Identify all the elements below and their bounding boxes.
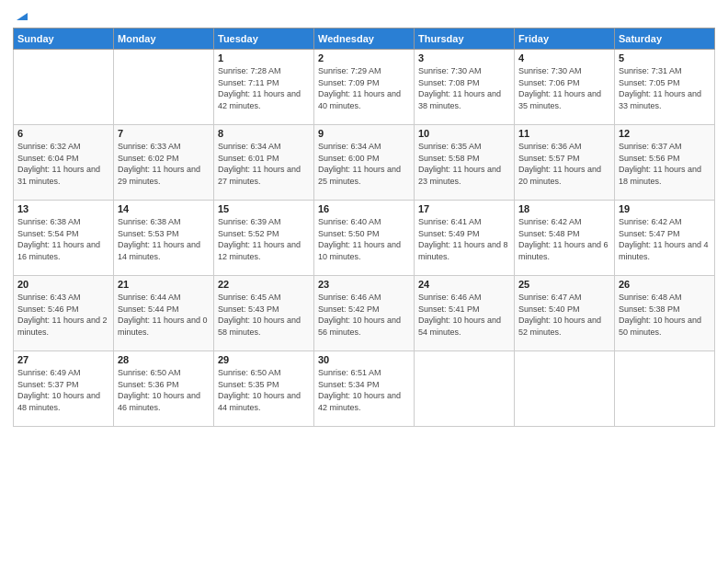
calendar: SundayMondayTuesdayWednesdayThursdayFrid… (13, 28, 715, 427)
day-detail: Sunrise: 6:50 AM Sunset: 5:35 PM Dayligh… (218, 367, 310, 413)
day-number: 6 (17, 128, 109, 139)
calendar-week-row: 6Sunrise: 6:32 AM Sunset: 6:04 PM Daylig… (14, 125, 715, 201)
calendar-cell (615, 351, 715, 427)
weekday-header: Friday (515, 29, 615, 50)
calendar-cell (415, 351, 515, 427)
day-detail: Sunrise: 6:44 AM Sunset: 5:44 PM Dayligh… (118, 292, 210, 338)
calendar-cell: 23Sunrise: 6:46 AM Sunset: 5:42 PM Dayli… (314, 276, 415, 351)
day-detail: Sunrise: 6:45 AM Sunset: 5:43 PM Dayligh… (218, 292, 310, 338)
calendar-week-row: 27Sunrise: 6:49 AM Sunset: 5:37 PM Dayli… (14, 351, 715, 427)
day-detail: Sunrise: 6:38 AM Sunset: 5:54 PM Dayligh… (17, 216, 109, 262)
calendar-cell: 26Sunrise: 6:48 AM Sunset: 5:38 PM Dayli… (615, 276, 715, 351)
svg-marker-0 (17, 13, 28, 20)
day-number: 21 (118, 279, 210, 290)
calendar-cell (114, 50, 214, 125)
calendar-cell: 18Sunrise: 6:42 AM Sunset: 5:48 PM Dayli… (515, 201, 615, 276)
day-number: 17 (418, 203, 510, 214)
day-number: 2 (318, 52, 410, 63)
day-number: 25 (518, 279, 610, 290)
calendar-cell: 12Sunrise: 6:37 AM Sunset: 5:56 PM Dayli… (615, 125, 715, 201)
calendar-cell: 8Sunrise: 6:34 AM Sunset: 6:01 PM Daylig… (214, 125, 314, 201)
weekday-header: Saturday (615, 29, 715, 50)
day-detail: Sunrise: 6:46 AM Sunset: 5:42 PM Dayligh… (318, 292, 410, 338)
day-detail: Sunrise: 6:34 AM Sunset: 6:01 PM Dayligh… (218, 141, 310, 187)
day-detail: Sunrise: 6:35 AM Sunset: 5:58 PM Dayligh… (418, 141, 510, 187)
calendar-cell: 21Sunrise: 6:44 AM Sunset: 5:44 PM Dayli… (114, 276, 214, 351)
page-header (13, 9, 715, 20)
day-detail: Sunrise: 6:47 AM Sunset: 5:40 PM Dayligh… (518, 292, 610, 338)
day-number: 23 (318, 279, 410, 290)
day-detail: Sunrise: 6:38 AM Sunset: 5:53 PM Dayligh… (118, 216, 210, 262)
calendar-cell: 9Sunrise: 6:34 AM Sunset: 6:00 PM Daylig… (314, 125, 415, 201)
calendar-cell: 19Sunrise: 6:42 AM Sunset: 5:47 PM Dayli… (615, 201, 715, 276)
weekday-header: Thursday (415, 29, 515, 50)
day-detail: Sunrise: 6:42 AM Sunset: 5:47 PM Dayligh… (619, 216, 711, 262)
calendar-week-row: 20Sunrise: 6:43 AM Sunset: 5:46 PM Dayli… (14, 276, 715, 351)
day-detail: Sunrise: 6:40 AM Sunset: 5:50 PM Dayligh… (318, 216, 410, 262)
calendar-cell: 24Sunrise: 6:46 AM Sunset: 5:41 PM Dayli… (415, 276, 515, 351)
calendar-cell: 5Sunrise: 7:31 AM Sunset: 7:05 PM Daylig… (615, 50, 715, 125)
day-number: 16 (318, 203, 410, 214)
day-detail: Sunrise: 7:31 AM Sunset: 7:05 PM Dayligh… (619, 65, 711, 111)
calendar-cell: 28Sunrise: 6:50 AM Sunset: 5:36 PM Dayli… (114, 351, 214, 427)
calendar-cell: 22Sunrise: 6:45 AM Sunset: 5:43 PM Dayli… (214, 276, 314, 351)
calendar-cell: 14Sunrise: 6:38 AM Sunset: 5:53 PM Dayli… (114, 201, 214, 276)
calendar-week-row: 13Sunrise: 6:38 AM Sunset: 5:54 PM Dayli… (14, 201, 715, 276)
day-number: 19 (619, 203, 711, 214)
day-detail: Sunrise: 7:28 AM Sunset: 7:11 PM Dayligh… (218, 65, 310, 111)
day-detail: Sunrise: 6:51 AM Sunset: 5:34 PM Dayligh… (318, 367, 410, 413)
day-detail: Sunrise: 6:46 AM Sunset: 5:41 PM Dayligh… (418, 292, 510, 338)
calendar-cell: 27Sunrise: 6:49 AM Sunset: 5:37 PM Dayli… (14, 351, 114, 427)
weekday-header: Wednesday (314, 29, 415, 50)
day-number: 8 (218, 128, 310, 139)
day-number: 7 (118, 128, 210, 139)
day-number: 11 (518, 128, 610, 139)
day-number: 13 (17, 203, 109, 214)
calendar-cell: 25Sunrise: 6:47 AM Sunset: 5:40 PM Dayli… (515, 276, 615, 351)
day-number: 1 (218, 52, 310, 63)
day-number: 10 (418, 128, 510, 139)
day-number: 5 (619, 52, 711, 63)
day-number: 3 (418, 52, 510, 63)
day-detail: Sunrise: 7:29 AM Sunset: 7:09 PM Dayligh… (318, 65, 410, 111)
day-detail: Sunrise: 6:37 AM Sunset: 5:56 PM Dayligh… (619, 141, 711, 187)
day-number: 18 (518, 203, 610, 214)
calendar-cell: 11Sunrise: 6:36 AM Sunset: 5:57 PM Dayli… (515, 125, 615, 201)
calendar-cell: 17Sunrise: 6:41 AM Sunset: 5:49 PM Dayli… (415, 201, 515, 276)
day-number: 27 (17, 354, 109, 365)
calendar-header-row: SundayMondayTuesdayWednesdayThursdayFrid… (14, 29, 715, 50)
day-number: 14 (118, 203, 210, 214)
calendar-cell (515, 351, 615, 427)
day-detail: Sunrise: 6:34 AM Sunset: 6:00 PM Dayligh… (318, 141, 410, 187)
calendar-cell: 6Sunrise: 6:32 AM Sunset: 6:04 PM Daylig… (14, 125, 114, 201)
logo (13, 9, 28, 20)
calendar-cell: 2Sunrise: 7:29 AM Sunset: 7:09 PM Daylig… (314, 50, 415, 125)
day-number: 28 (118, 354, 210, 365)
logo-icon (15, 9, 28, 22)
day-detail: Sunrise: 7:30 AM Sunset: 7:08 PM Dayligh… (418, 65, 510, 111)
calendar-cell: 7Sunrise: 6:33 AM Sunset: 6:02 PM Daylig… (114, 125, 214, 201)
day-detail: Sunrise: 7:30 AM Sunset: 7:06 PM Dayligh… (518, 65, 610, 111)
calendar-cell: 15Sunrise: 6:39 AM Sunset: 5:52 PM Dayli… (214, 201, 314, 276)
calendar-cell: 4Sunrise: 7:30 AM Sunset: 7:06 PM Daylig… (515, 50, 615, 125)
day-detail: Sunrise: 6:48 AM Sunset: 5:38 PM Dayligh… (619, 292, 711, 338)
day-detail: Sunrise: 6:39 AM Sunset: 5:52 PM Dayligh… (218, 216, 310, 262)
calendar-cell: 30Sunrise: 6:51 AM Sunset: 5:34 PM Dayli… (314, 351, 415, 427)
day-number: 9 (318, 128, 410, 139)
weekday-header: Sunday (14, 29, 114, 50)
calendar-cell (14, 50, 114, 125)
calendar-cell: 29Sunrise: 6:50 AM Sunset: 5:35 PM Dayli… (214, 351, 314, 427)
calendar-cell: 16Sunrise: 6:40 AM Sunset: 5:50 PM Dayli… (314, 201, 415, 276)
calendar-cell: 20Sunrise: 6:43 AM Sunset: 5:46 PM Dayli… (14, 276, 114, 351)
day-detail: Sunrise: 6:41 AM Sunset: 5:49 PM Dayligh… (418, 216, 510, 262)
weekday-header: Monday (114, 29, 214, 50)
calendar-cell: 10Sunrise: 6:35 AM Sunset: 5:58 PM Dayli… (415, 125, 515, 201)
day-number: 15 (218, 203, 310, 214)
day-number: 4 (518, 52, 610, 63)
day-number: 30 (318, 354, 410, 365)
day-number: 22 (218, 279, 310, 290)
day-number: 20 (17, 279, 109, 290)
calendar-cell: 1Sunrise: 7:28 AM Sunset: 7:11 PM Daylig… (214, 50, 314, 125)
day-number: 24 (418, 279, 510, 290)
day-detail: Sunrise: 6:50 AM Sunset: 5:36 PM Dayligh… (118, 367, 210, 413)
